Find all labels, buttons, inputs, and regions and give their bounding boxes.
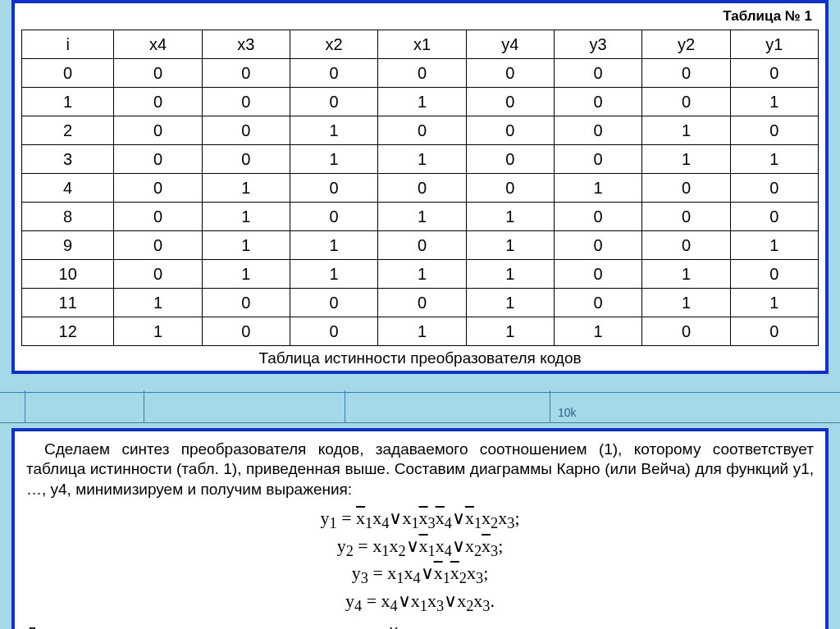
cell-y2: 0 [642, 203, 730, 231]
cell-y3: 1 [554, 317, 641, 346]
cell-x3: 0 [202, 59, 290, 88]
cell-i: 8 [22, 203, 114, 231]
cell-y4: 1 [466, 203, 554, 231]
table-row: 901101001 [22, 231, 819, 260]
cell-x1: 1 [378, 145, 466, 174]
cell-x3: 1 [202, 260, 290, 289]
cell-x2: 0 [290, 203, 377, 231]
col-header-x3: x3 [202, 30, 290, 59]
cell-y1: 0 [730, 116, 818, 145]
cell-x1: 0 [378, 231, 466, 260]
cell-x4: 0 [114, 174, 202, 203]
cell-y2: 1 [642, 116, 730, 145]
footnote: Для определенности использовались диагра… [26, 624, 814, 629]
cell-y4: 0 [466, 116, 554, 145]
cell-y1: 1 [730, 88, 818, 116]
cell-x2: 0 [290, 88, 377, 116]
cell-y2: 1 [642, 289, 730, 317]
table-row: 401000100 [22, 174, 819, 203]
cell-x4: 0 [114, 88, 202, 116]
cell-y3: 0 [554, 59, 641, 88]
col-header-x1: x1 [378, 30, 466, 59]
cell-x1: 1 [378, 317, 466, 346]
table-row: 200100010 [22, 116, 819, 145]
cell-x2: 0 [290, 289, 377, 317]
cell-x4: 0 [114, 260, 202, 289]
formula-y3: y3 = x1x4∨x1x2x3; [26, 561, 814, 589]
cell-x3: 1 [202, 174, 290, 203]
table-row: 000000000 [22, 59, 819, 88]
cell-x2: 0 [290, 59, 377, 88]
cell-y4: 1 [466, 289, 554, 317]
cell-i: 11 [22, 289, 114, 317]
cell-y1: 0 [730, 260, 818, 289]
cell-y2: 1 [642, 260, 730, 289]
cell-y2: 0 [642, 317, 730, 346]
cell-x4: 0 [114, 116, 202, 145]
col-header-x2: x2 [290, 30, 377, 59]
cell-x1: 1 [378, 260, 466, 289]
cell-y2: 0 [642, 59, 730, 88]
cell-y1: 0 [730, 174, 818, 203]
cell-i: 4 [22, 174, 114, 203]
cell-y3: 0 [554, 203, 641, 231]
cell-x2: 1 [290, 145, 377, 174]
paragraph-1-text: Сделаем синтез преобразователя кодов, за… [26, 440, 814, 498]
footnote-text: Для определенности использовались диагра… [26, 624, 437, 629]
cell-x2: 1 [290, 231, 377, 260]
cell-y3: 0 [554, 88, 641, 116]
cell-y2: 0 [642, 174, 730, 203]
cell-x4: 0 [114, 231, 202, 260]
cell-x3: 0 [202, 289, 290, 317]
cell-x4: 0 [114, 203, 202, 231]
cell-y1: 0 [730, 59, 818, 88]
cell-x4: 1 [114, 289, 202, 317]
table-row: 1001111010 [22, 260, 819, 289]
col-header-y2: y2 [642, 30, 730, 59]
paragraph-1: Сделаем синтез преобразователя кодов, за… [26, 440, 814, 499]
cell-x3: 1 [202, 203, 290, 231]
table-row: 100010001 [22, 88, 819, 116]
cell-i: 3 [22, 145, 114, 174]
cell-y1: 1 [730, 231, 818, 260]
table-row: 1110001011 [22, 289, 819, 317]
cell-y2: 1 [642, 145, 730, 174]
cell-y3: 0 [554, 231, 641, 260]
cell-y1: 1 [730, 145, 818, 174]
formula-block: y1 = x1x4∨x1x3x4∨x1x2x3;y2 = x1x2∨x1x4∨x… [26, 506, 814, 616]
truth-table: ix4x3x2x1y4y3y2y1 0000000001000100012001… [21, 30, 819, 346]
col-header-y4: y4 [466, 30, 554, 59]
cell-i: 0 [22, 59, 114, 88]
cell-x3: 0 [202, 145, 290, 174]
cell-y1: 0 [730, 203, 818, 231]
cell-y2: 0 [642, 88, 730, 116]
cell-x4: 0 [114, 145, 202, 174]
cell-x3: 1 [202, 231, 290, 260]
col-header-i: i [22, 30, 114, 59]
formula-y4: y4 = x4∨x1x3∨x2x3. [26, 589, 814, 617]
truth-table-panel: Таблица № 1 ix4x3x2x1y4y3y2y1 0000000001… [11, 0, 829, 374]
table-caption: Таблица истинности преобразователя кодов [21, 346, 819, 369]
col-header-y3: y3 [554, 30, 641, 59]
cell-y2: 0 [642, 231, 730, 260]
cell-y4: 0 [466, 145, 554, 174]
cell-y4: 1 [466, 231, 554, 260]
cell-y3: 1 [554, 174, 641, 203]
col-header-y1: y1 [730, 30, 818, 59]
cell-x3: 0 [202, 88, 290, 116]
cell-i: 1 [22, 88, 114, 116]
table-title: Таблица № 1 [21, 8, 819, 30]
table-row: 1210011100 [22, 317, 819, 346]
cell-x2: 1 [290, 116, 377, 145]
cell-x2: 1 [290, 260, 377, 289]
cell-y4: 0 [466, 174, 554, 203]
cell-y3: 0 [554, 289, 641, 317]
table-row: 801011000 [22, 203, 819, 231]
cell-x3: 0 [202, 116, 290, 145]
cell-x1: 1 [378, 203, 466, 231]
cell-x4: 1 [114, 317, 202, 346]
formula-y1: y1 = x1x4∨x1x3x4∨x1x2x3; [26, 506, 814, 534]
table-row: 300110011 [22, 145, 819, 174]
cell-x1: 0 [378, 174, 466, 203]
cell-y4: 1 [466, 260, 554, 289]
